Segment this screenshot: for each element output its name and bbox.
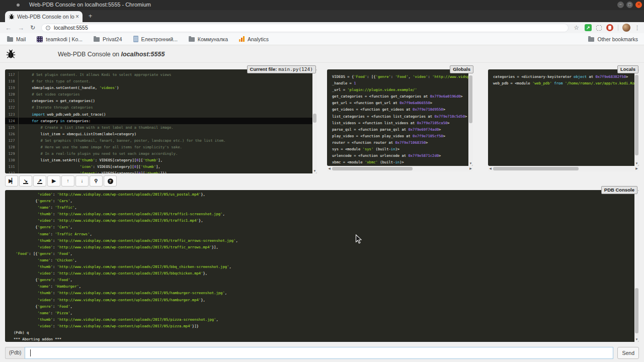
console-line: 'video': 'http://www.vidsplay.com/wp-con… [5,217,634,224]
line-number: 118 [5,78,19,84]
kodi-favicon [37,36,43,42]
bookmark-analytics[interactable]: Analytics [239,36,269,42]
line-number: 129 [5,150,19,157]
code-listing: 117 # Set plugin content. It allows Kodi… [5,69,312,173]
address-bar[interactable]: i localhost:5555 [41,24,569,32]
line-number: 117 [5,71,19,78]
globals-horizontal-scrollbar[interactable]: ◀▶ [327,166,473,171]
up-frame-button[interactable]: ↑ [61,175,74,187]
continue-button[interactable]: ▶ [47,175,60,187]
line-number: 128 [5,144,19,150]
pdb-console-panel: 'video': 'http://www.vidsplay.com/wp-con… [5,190,639,342]
line-number: 127 [5,137,19,144]
code-line: 122 # Iterate through categories [5,104,312,111]
command-input[interactable] [25,347,613,359]
globals-line: parse_qsl = <function parse_qsl at 0x7f9… [327,126,468,133]
url-text[interactable]: localhost:5555 [54,25,88,31]
next-button[interactable]: ▶▏ [5,175,18,187]
bookmarks-bar: Mail teamkodi | Ko... Privat24 Електронн… [0,33,644,45]
profile-avatar[interactable] [622,24,630,32]
source-code-panel: 117 # Set plugin content. It allows Kodi… [5,69,317,173]
globals-line: list_categories = <function list_categor… [327,113,468,120]
console-line: 'name': 'Chicken', [5,257,634,263]
browser-tab[interactable]: Web-PDB Console on loca × [5,11,83,22]
line-number: 132 [5,170,19,173]
bookmark-electronic[interactable]: Електронний... [133,36,178,42]
step-out-button[interactable]: ↗ [33,175,46,187]
extension-placeholder-icon[interactable] [596,25,602,31]
down-frame-button[interactable]: ↓ [75,175,89,187]
globals-line: xbmc = <module 'xbmc' (built-in)> [327,159,468,165]
code-vertical-scrollbar[interactable]: ▲▼ [312,69,317,173]
code-line: 121 categories = get_categories() [5,98,312,104]
code-line: 118 # for this type of content. [5,78,312,84]
folder-icon [189,37,195,42]
line-number: 120 [5,91,19,98]
locals-listing: categories = <dictionary-keyiterator obj… [488,69,634,166]
console-line: 'video': 'http://www.vidsplay.com/wp-con… [5,191,634,198]
window-maximize-button[interactable]: ▢ [626,2,633,8]
console-vertical-scrollbar[interactable]: ▲▼ [634,190,639,342]
help-icon: ? [108,178,113,184]
where-button[interactable]: ⚲ [90,175,103,187]
bookmark-mail[interactable]: Mail [7,36,26,42]
bookmark-star-icon[interactable]: ☆ [574,24,579,31]
globals-line: urlencode = <function urlencode at 0x7f9… [327,152,468,159]
bookmark-privat24[interactable]: Privat24 [94,36,122,42]
send-button[interactable]: Send [617,347,639,359]
line-number: 123 [5,111,19,118]
globals-vertical-scrollbar[interactable]: ▲▼ [468,69,473,166]
line-number: 119 [5,84,19,91]
other-bookmarks-button[interactable]: Other bookmarks [588,36,638,42]
globals-line: list_videos = <function list_videos at 0… [327,120,468,126]
bookmark-teamkodi[interactable]: teamkodi | Ko... [37,36,83,42]
new-tab-button[interactable]: + [87,13,94,20]
extension-green-icon[interactable]: ↗ [585,24,592,31]
console-line: 'thumb': 'http://www.vidsplay.com/wp-con… [5,316,634,323]
globals-line: _url = 'plugin://plugin.video.example/' [327,86,468,93]
bookmark-kommunalka[interactable]: Коммуналка [189,36,228,42]
code-line: 124 for category in categories: [5,118,312,124]
console-line: 'Food': [{'genre': 'Food', [5,250,634,257]
current-file-badge: Current file:main.py(124) [247,65,316,73]
window-titlebar: Web-PDB Console on localhost:5555 - Chro… [0,0,644,10]
bug-favicon [9,14,15,20]
console-line: *** Aborting addon *** [5,336,634,342]
code-line: 127 # Set graphics (thumbnail, fanart, b… [5,137,312,144]
help-button[interactable]: ? [104,175,117,187]
locals-horizontal-scrollbar[interactable]: ◀▶ [488,166,639,171]
back-icon[interactable]: ← [5,24,12,32]
window-close-button[interactable]: ✕ [635,2,642,8]
line-number: 130 [5,157,19,163]
console-line: {'genre': 'Cars', [5,198,634,204]
window-title: Web-PDB Console on localhost:5555 - Chro… [29,2,151,8]
step-out-icon: ↗ [37,178,42,184]
reload-icon[interactable]: ↻ [30,24,35,31]
code-line: 132 'fanart': VIDEOS[category][0]['thumb… [5,170,312,173]
globals-line: play_video = <function play_video at 0x7… [327,133,468,139]
browser-menu-icon[interactable]: ⋮ [634,25,640,31]
extension-adblock-icon[interactable] [606,24,613,31]
globals-line: get_categories = <function get_categorie… [327,93,468,100]
mouse-cursor [355,234,362,244]
console-line: 'video': 'http://www.vidsplay.com/wp-con… [5,244,634,250]
console-line: 'name': 'Pizza', [5,310,634,316]
globals-line: VIDEOS = {'Food': [{'genre': 'Food', 'vi… [327,73,468,80]
page-info-icon[interactable]: i [46,26,50,30]
code-line: 129 # In a real-life plugin you need to … [5,150,312,157]
code-line: 130 list_item.setArt({'thumb': VIDEOS[ca… [5,157,312,163]
folder-icon [94,37,100,42]
console-line: 'name': 'Hamburger', [5,283,634,290]
window-minimize-button[interactable]: − [617,2,624,8]
locals-badge: Locals [617,65,638,73]
debugger-toolbar: ▶▏ ↘ ↗ ▶ ↑ ↓ ⚲ ? [5,175,117,187]
tab-strip: Web-PDB Console on loca × + [0,10,644,22]
step-into-button[interactable]: ↘ [19,175,32,187]
forward-icon[interactable]: → [18,24,24,32]
locals-vertical-scrollbar[interactable]: ▲▼ [634,69,639,166]
tab-close-icon[interactable]: × [75,13,79,20]
line-number: 131 [5,163,19,170]
code-line: 120 # Get video categories [5,91,312,98]
text-caret [30,349,31,356]
page-title: Web-PDB Console on localhost:5555 [58,51,165,58]
